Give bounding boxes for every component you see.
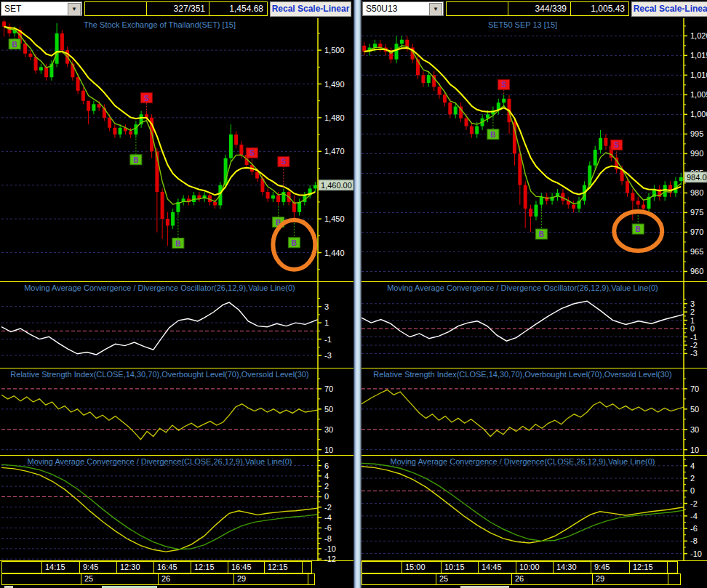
svg-text:1,490: 1,490 (324, 80, 345, 89)
macd-osc-title: Moving Average Convergence / Divergence … (362, 283, 684, 292)
svg-text:1,480: 1,480 (324, 113, 345, 122)
svg-text:4: 4 (690, 462, 695, 470)
date-cell: 25 (436, 573, 512, 585)
trading-workstation: 1,5001,4901,4801,4701,4601,4501,440BBSBS… (0, 0, 707, 588)
volume-cell: 344/339 (508, 2, 570, 15)
volume-cell: 327/351 (146, 2, 209, 15)
svg-text:-10: -10 (690, 549, 702, 558)
toolbar-right: S50U13 ▼ 344/339 1,005.43 Recal Scale-Li… (362, 0, 707, 18)
svg-text:S: S (249, 149, 255, 157)
svg-text:965: 965 (690, 247, 703, 256)
svg-text:2: 2 (690, 474, 695, 483)
time-cell (667, 561, 678, 573)
svg-text:B: B (490, 131, 495, 139)
date-cell (362, 573, 436, 585)
svg-text:0: 0 (690, 324, 695, 333)
date-cell: 26 (158, 573, 234, 585)
dropdown-arrow-icon[interactable]: ▼ (68, 3, 81, 16)
svg-text:970: 970 (690, 227, 703, 236)
time-cell: 12:15 (264, 561, 303, 573)
symbol-select[interactable]: S50U13 ▼ (362, 1, 444, 16)
time-cell: 16:45 (228, 561, 265, 573)
last-price-cell: 1,454.68 (209, 2, 267, 15)
svg-text:B: B (292, 239, 297, 247)
svg-text:B: B (539, 230, 544, 238)
svg-text:S: S (281, 158, 287, 166)
last-price-cell: 1,005.43 (570, 2, 628, 15)
time-cell: 9:45 (79, 561, 117, 573)
svg-text:1: 1 (324, 318, 329, 327)
svg-text:2: 2 (690, 307, 695, 316)
svg-text:1,010: 1,010 (690, 71, 707, 79)
svg-text:2: 2 (324, 482, 329, 491)
svg-text:995: 995 (690, 129, 703, 138)
time-axis: 15:0010:1514:4510:0014:309:4512:15 (362, 561, 678, 573)
svg-text:B: B (636, 225, 641, 233)
time-cell: 16:45 (153, 561, 191, 573)
date-cell: 29 (592, 573, 668, 585)
svg-text:-2: -2 (690, 499, 698, 508)
time-cell (1, 561, 42, 573)
svg-text:1,005: 1,005 (690, 90, 707, 99)
svg-text:3: 3 (690, 299, 695, 308)
svg-text:-2: -2 (690, 341, 698, 350)
svg-text:1: 1 (690, 316, 695, 325)
svg-text:980: 980 (690, 188, 703, 197)
svg-text:1,500: 1,500 (324, 46, 345, 55)
svg-text:975: 975 (690, 208, 703, 217)
time-cell: 12:15 (629, 561, 668, 573)
svg-text:-3: -3 (324, 351, 332, 360)
svg-text:960: 960 (690, 267, 703, 275)
quote-box: 327/351 1,454.68 (84, 1, 268, 16)
svg-text:1,020: 1,020 (690, 31, 707, 40)
macd-osc-title: Moving Average Convergence / Divergence … (1, 283, 318, 292)
quote-empty-cell (85, 2, 146, 15)
symbol-select[interactable]: SET ▼ (1, 1, 82, 16)
svg-text:6: 6 (324, 462, 329, 470)
dropdown-arrow-icon[interactable]: ▼ (429, 3, 442, 16)
svg-text:S: S (614, 141, 619, 149)
svg-text:-6: -6 (324, 523, 332, 532)
time-cell: 14:15 (41, 561, 80, 573)
date-cell: 29 (233, 573, 308, 585)
svg-text:1,015: 1,015 (690, 51, 707, 60)
price-chart-left[interactable]: 1,5001,4901,4801,4701,4601,4501,440BBSBS… (0, 0, 354, 588)
svg-text:990: 990 (690, 149, 703, 158)
svg-text:50: 50 (324, 405, 333, 414)
toolbar-left: SET ▼ 327/351 1,454.68 Recal Scale-Linea… (0, 0, 354, 18)
panel-splitter[interactable] (354, 0, 362, 588)
svg-text:1,460.00: 1,460.00 (321, 181, 352, 190)
svg-text:-10: -10 (324, 544, 336, 553)
price-chart-right[interactable]: 1,0201,0151,0101,0051,000995990985980975… (362, 0, 707, 588)
symbol-value: S50U13 (366, 4, 397, 14)
svg-text:S: S (501, 81, 506, 89)
svg-text:B: B (12, 41, 17, 49)
date-cell (1, 573, 81, 585)
svg-text:984.00: 984.00 (687, 173, 707, 182)
svg-text:-2: -2 (324, 503, 332, 512)
recal-scale-button[interactable]: Recal Scale-Linear (631, 1, 707, 17)
svg-text:B: B (175, 240, 180, 248)
svg-text:-12: -12 (324, 555, 336, 563)
svg-text:1,450: 1,450 (324, 214, 345, 223)
svg-text:30: 30 (324, 425, 333, 434)
macd-title: Moving Average Convergence / Divergence(… (1, 457, 318, 466)
svg-text:0: 0 (690, 486, 695, 495)
svg-text:10: 10 (324, 446, 333, 454)
svg-text:-4: -4 (690, 512, 698, 520)
rsi-title: Relative Strength Index(CLOSE,14,30,70),… (362, 370, 684, 379)
time-cell: 9:45 (591, 561, 630, 573)
time-cell: 10:00 (516, 561, 554, 573)
svg-text:50: 50 (690, 405, 699, 414)
svg-text:70: 70 (690, 384, 699, 393)
svg-text:30: 30 (690, 425, 699, 434)
svg-text:-6: -6 (690, 524, 698, 533)
symbol-value: SET (4, 4, 21, 14)
chart-title: SET50 SEP 13 [15] (362, 20, 684, 29)
svg-text:10: 10 (690, 446, 699, 454)
recal-scale-button[interactable]: Recal Scale-Linear (270, 1, 351, 17)
time-cell (362, 561, 402, 573)
time-cell: 10:15 (441, 561, 479, 573)
rsi-title: Relative Strength Index(CLOSE,14,30,70),… (1, 370, 318, 379)
chart-title: The Stock Exchange of Thailand(SET) [15] (1, 20, 318, 29)
